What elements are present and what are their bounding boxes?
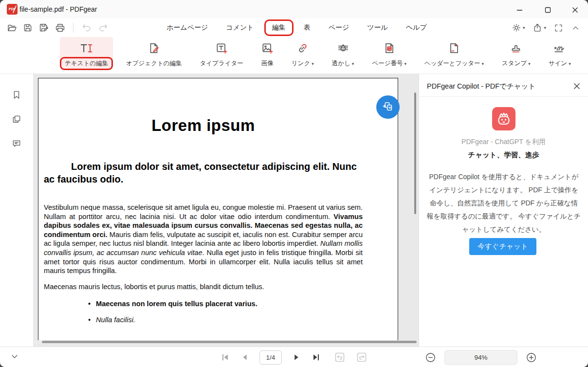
close-window-button[interactable] <box>567 3 583 16</box>
divider <box>73 23 74 33</box>
page-thumbnails-icon[interactable] <box>12 114 21 124</box>
copilot-brand-line: PDFgear - ChatGPT を利用 <box>419 138 588 147</box>
pdfgear-window: PDF file-sample.pdf - PDFgear ホームページ コメン… <box>0 0 588 367</box>
edit-object-button[interactable]: オブジェクトの編集 <box>121 37 187 69</box>
tab-home[interactable]: ホームページ <box>165 21 209 34</box>
title-bar: PDF file-sample.pdf - PDFgear <box>0 0 588 18</box>
tab-tools[interactable]: ツール <box>366 21 389 34</box>
next-view-button[interactable] <box>356 351 368 363</box>
copilot-tagline: チャット、学習、進歩 <box>419 150 588 160</box>
copilot-header: PDFgear Copilot - PDFでチャット <box>419 74 588 97</box>
stamp-button[interactable]: スタンプ▾ <box>497 37 535 69</box>
status-bar <box>0 347 588 367</box>
zoom-out-button[interactable] <box>425 352 436 363</box>
save-icon[interactable] <box>23 23 33 33</box>
stamp-icon <box>510 40 522 56</box>
link-button[interactable]: リンク▾ <box>287 37 319 69</box>
left-sidebar <box>0 74 33 347</box>
menu-tabs: ホームページ コメント 編集 表 ページ ツール ヘルプ <box>165 18 428 37</box>
document-viewport[interactable]: Lorem ipsum Lorem ipsum dolor sit amet, … <box>33 74 419 347</box>
sign-icon <box>553 40 567 56</box>
collapse-toolbar-icon[interactable] <box>571 23 580 33</box>
zoom-controls <box>425 347 537 367</box>
window-title: file-sample.pdf - PDFgear <box>19 5 97 13</box>
edit-toolbar: テキストの編集 オブジェクトの編集 タイプライター 画像 リンク▾ 透かし▾ ペ… <box>0 37 588 74</box>
copilot-description: PDFgear Copilot を使用すると、ドキュメントがインテリジェントにな… <box>426 170 581 236</box>
tab-comment[interactable]: コメント <box>225 21 255 34</box>
previous-view-button[interactable] <box>334 351 346 363</box>
page-number-button[interactable]: ページ番号▾ <box>367 37 411 69</box>
typewriter-button[interactable]: タイプライター <box>195 37 248 69</box>
doc-bullet-2: Nulla facilisi. <box>96 316 363 324</box>
tab-help[interactable]: ヘルプ <box>405 21 428 34</box>
next-page-button[interactable] <box>292 353 301 362</box>
vertical-scrollbar[interactable] <box>414 92 416 214</box>
svg-text:W: W <box>388 106 391 109</box>
image-icon <box>261 40 274 56</box>
pdfgear-logo-icon: PDF <box>7 4 18 15</box>
convert-to-word-badge[interactable]: W <box>376 95 400 119</box>
zoom-in-button[interactable] <box>526 352 537 363</box>
copilot-title: PDFgear Copilot - PDFでチャット <box>427 82 535 91</box>
quick-access-toolbar <box>7 20 109 35</box>
print-icon[interactable] <box>55 23 65 33</box>
sign-button[interactable]: サイン▾ <box>544 37 576 69</box>
page-navigation <box>220 347 368 367</box>
theme-icon[interactable]: ▾ <box>512 23 525 33</box>
page-number-icon <box>383 40 396 56</box>
open-file-icon[interactable] <box>7 23 17 33</box>
save-as-icon[interactable] <box>38 22 49 33</box>
undo-icon[interactable] <box>81 22 92 33</box>
doc-bullet-1: Maecenas non lorem quis tellus placerat … <box>96 300 363 308</box>
minimize-button[interactable] <box>511 3 528 16</box>
copilot-robot-icon <box>492 107 515 130</box>
prev-page-button[interactable] <box>240 353 249 362</box>
doc-heading: Lorem ipsum dolor sit amet, consectetur … <box>44 160 363 185</box>
bookmarks-icon[interactable] <box>12 90 21 99</box>
horizontal-scrollbar[interactable] <box>42 341 417 343</box>
typewriter-icon <box>215 40 228 56</box>
watermark-icon <box>337 40 349 56</box>
doc-paragraph-2: Maecenas mauris lectus, lobortis et puru… <box>44 282 363 292</box>
zoom-level-input[interactable] <box>444 350 517 365</box>
maximize-button[interactable] <box>539 3 556 16</box>
doc-bullet-list: Maecenas non lorem quis tellus placerat … <box>44 300 363 324</box>
doc-paragraph-1: Vestibulum neque massa, scelerisque sit … <box>44 203 363 275</box>
tab-page[interactable]: ページ <box>328 21 350 34</box>
link-icon <box>296 40 309 56</box>
comments-panel-icon[interactable] <box>12 138 21 148</box>
redo-icon[interactable] <box>98 22 109 33</box>
collapse-sidebar-icon[interactable] <box>10 351 19 361</box>
last-page-button[interactable] <box>311 352 321 362</box>
menu-right-icons: ▾ ▾ <box>512 20 580 35</box>
pdf-page[interactable]: Lorem ipsum Lorem ipsum dolor sit amet, … <box>38 78 398 341</box>
fullscreen-icon[interactable] <box>554 23 563 33</box>
copilot-panel: PDFgear Copilot - PDFでチャット PDFgear - Cha… <box>419 74 588 347</box>
watermark-button[interactable]: 透かし▾ <box>327 37 359 69</box>
doc-title: Lorem ipsum <box>44 116 363 135</box>
edit-text-icon <box>79 40 93 56</box>
tab-table[interactable]: 表 <box>303 21 312 34</box>
header-footer-button[interactable]: ヘッダーとフッター▾ <box>420 37 489 69</box>
image-button[interactable]: 画像 <box>257 37 278 69</box>
menu-bar: ホームページ コメント 編集 表 ページ ツール ヘルプ ▾ ▾ <box>0 18 588 37</box>
edit-text-button[interactable]: テキストの編集 <box>60 37 113 69</box>
edit-object-icon <box>147 40 160 56</box>
share-icon[interactable]: ▾ <box>533 23 546 33</box>
chat-now-button[interactable]: 今すぐチャット <box>469 238 536 255</box>
page-number-input[interactable] <box>259 350 282 365</box>
close-panel-icon[interactable] <box>571 81 582 92</box>
first-page-button[interactable] <box>220 352 230 362</box>
tab-edit[interactable]: 編集 <box>271 21 287 34</box>
header-footer-icon <box>448 40 460 56</box>
